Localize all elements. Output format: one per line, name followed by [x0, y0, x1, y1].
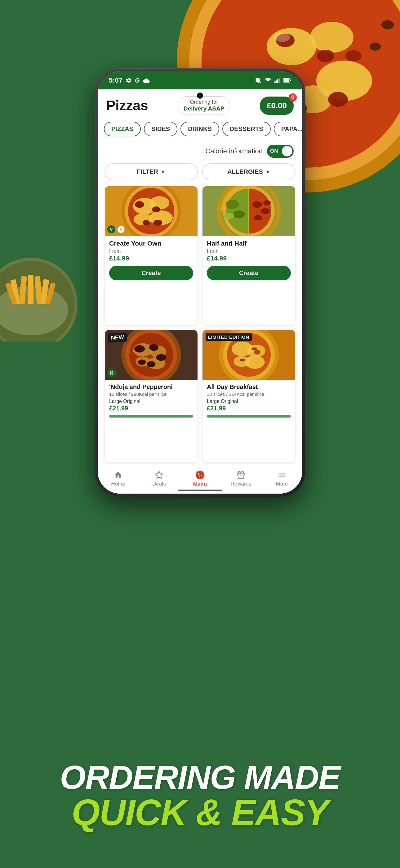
nav-item-rewards[interactable]: Rewards	[221, 468, 261, 490]
calorie-label: Calorie information	[205, 147, 263, 155]
toggle-knob	[282, 146, 292, 156]
pizza-from-label-0: From	[109, 248, 193, 254]
svg-point-56	[253, 201, 262, 208]
svg-point-88	[254, 350, 261, 354]
home-icon	[114, 471, 123, 479]
nav-item-home[interactable]: Home	[98, 468, 139, 490]
pizza-price-1: £14.99	[207, 254, 291, 262]
pizza-card-nduja[interactable]: NEW 𝕁𝕁 'Nduja and Pepperoni 10 slices / …	[104, 330, 198, 463]
nav-label-rewards: Rewards	[230, 481, 251, 487]
svg-point-13	[345, 50, 362, 61]
promo-section: ORDERING MADE QUICK & EASY	[0, 748, 400, 843]
rewards-icon	[237, 471, 245, 479]
svg-rect-29	[277, 79, 278, 83]
svg-rect-33	[284, 79, 289, 82]
svg-point-45	[143, 220, 150, 225]
tab-pizzas[interactable]: PIZZAS	[104, 122, 141, 136]
svg-point-58	[254, 215, 262, 220]
home-indicator	[178, 490, 222, 491]
svg-point-15	[370, 42, 381, 51]
allergies-button[interactable]: ALLERGIES ▼	[202, 163, 296, 180]
svg-point-57	[261, 208, 270, 214]
wifi-icon	[265, 78, 271, 83]
svg-point-42	[135, 201, 144, 208]
vegetarian-badge: V	[107, 225, 115, 234]
promo-line1: ORDERING MADE	[12, 761, 388, 794]
svg-point-71	[156, 354, 166, 361]
tab-papa[interactable]: PAPA...	[274, 122, 302, 136]
pizza-grid: V V Create Your Own From £14.99 Create	[98, 185, 302, 464]
svg-point-59	[263, 200, 270, 206]
allergies-chevron-icon: ▼	[265, 169, 270, 175]
status-bar: 5:07 G	[98, 71, 302, 89]
tab-drinks[interactable]: DRINKS	[180, 122, 219, 136]
svg-point-44	[154, 220, 162, 226]
phone-frame: 5:07 G	[95, 68, 305, 497]
category-tabs: PIZZAS SIDES DRINKS DESSERTS PAPA...	[98, 119, 302, 139]
svg-rect-28	[276, 80, 277, 83]
filter-chevron-icon: ▼	[161, 169, 166, 175]
page-title: Pizzas	[106, 98, 148, 113]
filter-button[interactable]: FILTER ▼	[104, 163, 198, 180]
pizza-name-create: Create Your Own	[109, 240, 193, 247]
new-badge: NEW	[108, 333, 127, 342]
tab-desserts[interactable]: DESSERTS	[222, 122, 271, 136]
svg-rect-86	[252, 348, 257, 350]
svg-point-73	[138, 360, 146, 365]
nav-label-deals: Deals	[152, 481, 166, 487]
cart-button[interactable]: £0.00 0	[260, 97, 294, 115]
pizza-calories-3: 10 slices / 214Kcal per slice	[207, 392, 291, 397]
create-btn-1[interactable]: Create	[207, 266, 291, 280]
toggle-on-text: ON	[270, 148, 278, 154]
svg-point-14	[381, 20, 394, 30]
svg-point-43	[152, 207, 160, 212]
svg-point-39	[149, 196, 169, 210]
svg-point-3	[267, 28, 316, 65]
svg-point-51	[226, 200, 239, 209]
create-btn-0[interactable]: Create	[109, 266, 193, 280]
cart-badge: 0	[289, 93, 297, 101]
svg-rect-87	[240, 359, 245, 362]
pizza-card-all-day-breakfast[interactable]: LIMITED EDITION All Day Breakfast 10 sli…	[202, 330, 296, 463]
promo-line2: QUICK & EASY	[12, 794, 388, 831]
pizza-card-create-your-own[interactable]: V V Create Your Own From £14.99 Create	[104, 186, 198, 326]
settings-icon	[126, 77, 132, 84]
nav-item-menu[interactable]: Menu	[179, 468, 221, 490]
pizza-price-3: £21.99	[207, 405, 291, 412]
pizza-name-breakfast: All Day Breakfast	[207, 383, 291, 391]
tab-sides[interactable]: SIDES	[144, 122, 177, 136]
more-icon	[277, 471, 286, 479]
pizza-price-0: £14.99	[109, 254, 193, 262]
calorie-toggle[interactable]: ON	[267, 145, 294, 158]
ordering-badge[interactable]: Ordering for Delivery ASAP	[178, 96, 230, 115]
nav-item-more[interactable]: More	[261, 468, 302, 490]
pizza-name-nduja: 'Nduja and Pepperoni	[109, 383, 193, 391]
status-time: 5:07	[109, 76, 123, 85]
cloud-icon	[143, 78, 150, 83]
limited-edition-badge: LIMITED EDITION	[206, 333, 252, 341]
svg-point-94	[199, 475, 200, 477]
google-icon: G	[135, 77, 140, 84]
svg-point-92	[198, 473, 200, 475]
ordering-for-label: Ordering for	[184, 99, 224, 105]
svg-point-91	[197, 472, 203, 478]
pizza-calories-2: 10 slices / 298Kcal per slice	[109, 392, 193, 397]
svg-point-52	[233, 211, 245, 219]
svg-point-9	[317, 50, 334, 62]
pizza-card-half-and-half[interactable]: Half and Half From £14.99 Create	[202, 186, 296, 326]
camera-notch	[197, 93, 203, 99]
svg-point-72	[147, 361, 156, 367]
svg-rect-30	[279, 78, 280, 83]
svg-point-53	[224, 213, 234, 219]
pizza-name-half: Half and Half	[207, 240, 291, 247]
svg-point-81	[233, 356, 249, 367]
svg-point-69	[134, 345, 145, 352]
svg-point-10	[328, 92, 348, 107]
mute-icon	[255, 77, 261, 84]
pizza-price-2: £21.99	[109, 405, 193, 412]
nav-label-home: Home	[111, 481, 125, 487]
svg-marker-89	[155, 471, 163, 478]
deals-icon	[155, 471, 163, 479]
svg-point-4	[310, 22, 354, 53]
nav-item-deals[interactable]: Deals	[139, 468, 179, 490]
